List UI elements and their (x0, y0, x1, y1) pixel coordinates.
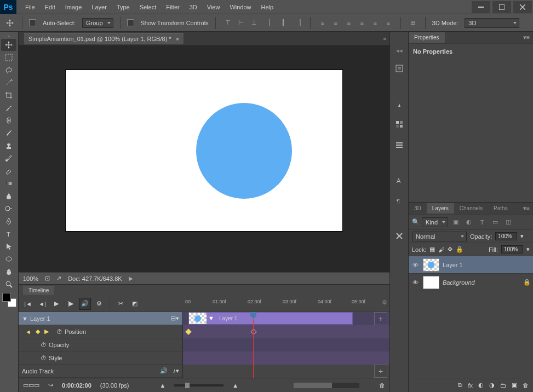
align-right-icon[interactable]: ▕ (293, 18, 303, 28)
shape-tool[interactable] (1, 253, 16, 265)
layer-thumbnail[interactable] (423, 258, 439, 272)
brush-presets-icon[interactable] (393, 97, 406, 110)
align-left-icon[interactable]: ▏ (266, 18, 277, 28)
prev-frame-button[interactable]: ◄| (36, 298, 48, 310)
menu-edit[interactable]: Edit (41, 2, 60, 13)
link-layers-icon[interactable]: ⧉ (458, 382, 462, 389)
stopwatch-icon[interactable]: ⏱ (41, 355, 47, 361)
menu-type[interactable]: Type (112, 2, 134, 13)
timeline-clip[interactable]: ▼ Layer 1 (188, 312, 353, 325)
window-maximize-button[interactable] (492, 1, 511, 13)
properties-tab[interactable]: Properties (409, 32, 445, 43)
add-media-button[interactable]: + (374, 312, 387, 325)
path-select-tool[interactable] (1, 240, 16, 252)
menu-layer[interactable]: Layer (87, 2, 111, 13)
panel-menu-icon[interactable]: ▾≡ (520, 205, 533, 212)
character-icon[interactable]: A (393, 174, 406, 187)
timeline-tracks[interactable]: ▼ Layer 1 + + (183, 312, 389, 378)
stamp-tool[interactable] (1, 140, 16, 152)
tab-channels[interactable]: Channels (454, 203, 488, 214)
color-swatches[interactable] (2, 293, 18, 308)
toolbar-grip-icon[interactable]: ›› (1, 34, 17, 38)
next-keyframe-icon[interactable]: ▶ (44, 328, 49, 335)
layer-row[interactable]: 👁 Background 🔒 (409, 274, 533, 291)
wand-tool[interactable] (1, 77, 16, 89)
layer-row[interactable]: 👁 Layer 1 (409, 256, 533, 274)
layer-name[interactable]: Background (443, 279, 475, 286)
visibility-icon[interactable]: 👁 (411, 262, 420, 268)
zoom-slider[interactable] (174, 384, 223, 387)
add-audio-button[interactable]: + (374, 365, 387, 378)
menu-filter[interactable]: Filter (162, 2, 184, 13)
history-brush-tool[interactable] (1, 152, 16, 164)
filter-adjust-icon[interactable]: ◐ (463, 217, 474, 228)
split-button[interactable]: ✂ (114, 298, 127, 310)
canvas-area[interactable] (19, 46, 389, 272)
current-time[interactable]: 0:00:02:00 (62, 382, 91, 389)
trash-icon[interactable]: 🗑 (379, 382, 385, 389)
tab-overflow-icon[interactable]: » (383, 36, 386, 42)
timeline-audio-row[interactable]: Audio Track 🔊 ♪▾ (19, 365, 182, 378)
lock-transparent-icon[interactable]: ▦ (429, 246, 435, 253)
close-tab-icon[interactable]: × (176, 36, 179, 42)
menu-file[interactable]: File (21, 2, 39, 13)
timeline-tab[interactable]: Timeline (23, 286, 54, 295)
blend-mode-dropdown[interactable]: Normal (412, 232, 467, 241)
brush-tool[interactable] (1, 127, 16, 139)
timeline-prop-style[interactable]: ⏱ Style (19, 351, 182, 365)
eraser-tool[interactable] (1, 165, 16, 177)
window-close-button[interactable] (513, 1, 532, 13)
eyedropper-tool[interactable] (1, 102, 16, 114)
stopwatch-icon[interactable]: ⏱ (41, 342, 47, 348)
filter-icon[interactable]: 🔍 (412, 218, 420, 226)
keyframe-icon[interactable] (185, 328, 191, 335)
menu-window[interactable]: Window (225, 2, 255, 13)
keyframe-icon[interactable] (250, 328, 256, 335)
align-bottom-icon[interactable]: ⊥ (249, 18, 260, 28)
timeline-scrollbar[interactable] (294, 383, 359, 388)
menu-image[interactable]: Image (61, 2, 87, 13)
filter-pixel-icon[interactable]: ▣ (450, 217, 461, 228)
stopwatch-icon[interactable]: ⏱ (56, 328, 62, 335)
layer-thumbnail[interactable] (423, 276, 439, 289)
align-vcenter-icon[interactable]: ⊢ (236, 18, 247, 28)
menu-3d[interactable]: 3D (185, 2, 202, 13)
keyframe-toggle-icon[interactable]: ◆ (36, 328, 40, 335)
timeline-layer-row[interactable]: ▼ Layer 1 ⊟▾ (19, 312, 182, 325)
clip-chevron-icon[interactable]: ▼ (208, 315, 214, 321)
zoom-in-icon[interactable]: ▲ (232, 382, 238, 389)
menu-view[interactable]: View (203, 2, 225, 13)
filter-kind-dropdown[interactable]: Kind (422, 217, 448, 227)
swatches-icon[interactable] (393, 118, 406, 131)
play-button[interactable]: ▶ (50, 298, 62, 310)
timeline-prop-opacity[interactable]: ⏱ Opacity (19, 338, 182, 351)
tools-icon[interactable] (393, 229, 406, 243)
move-tool[interactable] (1, 39, 16, 51)
visibility-icon[interactable]: 👁 (411, 279, 420, 286)
ruler-menu-icon[interactable]: ⚙ (382, 299, 387, 306)
settings-button[interactable]: ⚙ (93, 298, 105, 310)
history-icon[interactable] (393, 62, 406, 75)
tab-3d[interactable]: 3D (409, 203, 427, 214)
align-top-icon[interactable]: ⊤ (222, 18, 233, 28)
auto-align-icon[interactable]: ⊞ (408, 18, 419, 28)
panel-menu-icon[interactable]: ▾≡ (520, 34, 533, 41)
convert-icon[interactable]: ↪ (48, 382, 53, 389)
fill-dropdown-icon[interactable]: ▾ (526, 246, 530, 253)
filter-smart-icon[interactable]: ◫ (503, 217, 514, 228)
lock-position-icon[interactable]: ✥ (448, 246, 452, 253)
new-layer-icon[interactable]: ▣ (512, 382, 517, 389)
preview-icon[interactable]: ⊡ (45, 275, 50, 282)
timeline-prop-position[interactable]: ◄ ◆ ▶ ⏱ Position (19, 325, 182, 338)
filter-shape-icon[interactable]: ▭ (490, 217, 501, 228)
next-frame-button[interactable]: |▶ (65, 298, 77, 310)
mask-icon[interactable]: ◐ (478, 382, 484, 389)
distribute-5-icon[interactable]: ≡ (370, 18, 381, 28)
zoom-out-icon[interactable]: ▲ (159, 382, 165, 389)
frames-mode-icon[interactable]: ▭▭▭ (23, 382, 39, 389)
dodge-tool[interactable] (1, 203, 16, 215)
distribute-6-icon[interactable]: ≡ (383, 18, 394, 28)
distribute-2-icon[interactable]: ≡ (330, 18, 341, 28)
menu-select[interactable]: Select (135, 2, 161, 13)
lock-paint-icon[interactable]: 🖌 (438, 246, 444, 253)
